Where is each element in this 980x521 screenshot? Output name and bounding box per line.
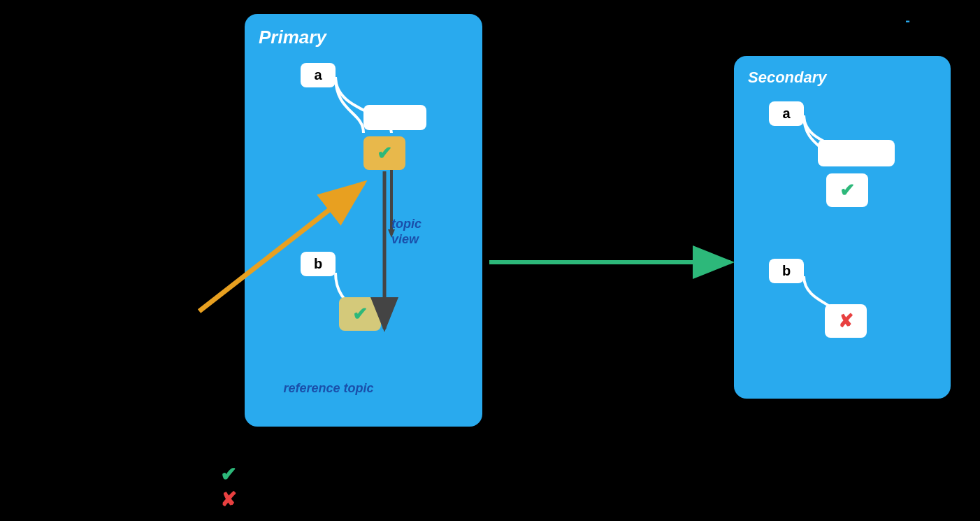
primary-label: Primary [259, 27, 468, 48]
primary-node-a: a [301, 63, 336, 87]
primary-check-icon-bottom: ✔ [339, 297, 381, 331]
secondary-node-a: a [769, 101, 804, 126]
check-symbol-bottom: ✔ [352, 304, 368, 325]
topic-view-label: topic view [391, 217, 421, 247]
secondary-node-b: b [769, 259, 804, 283]
secondary-x-symbol: ✘ [838, 311, 853, 332]
secondary-box: Secondary a ✔ b ✘ [734, 56, 951, 399]
primary-check-node-bottom: ✔ [339, 297, 381, 331]
dash-label: - [905, 13, 910, 29]
diagram-container: Primary a ✔ b [0, 0, 980, 521]
secondary-check-node-top: ✔ [826, 173, 868, 207]
primary-check-node-top: ✔ [363, 136, 405, 170]
check-symbol-top: ✔ [377, 143, 392, 164]
secondary-b-card: b [769, 259, 804, 283]
primary-box: Primary a ✔ b [245, 14, 482, 427]
secondary-label: Secondary [748, 69, 937, 87]
legend-check: ✔ [220, 463, 236, 486]
primary-a-card: a [301, 63, 336, 87]
secondary-check-symbol-top: ✔ [840, 180, 855, 201]
secondary-a-card: a [769, 101, 804, 126]
primary-check-icon-top: ✔ [363, 136, 405, 170]
legend-x: ✘ [220, 488, 236, 511]
reference-topic-label: reference topic [273, 381, 384, 396]
secondary-blank-node [818, 140, 895, 166]
primary-b-card: b [301, 252, 336, 276]
secondary-x-node: ✘ [825, 304, 867, 338]
topic-view-text: topic view [391, 217, 421, 246]
primary-blank-node-1 [363, 105, 426, 130]
secondary-tree-lines [741, 94, 944, 388]
primary-node-b: b [301, 252, 336, 276]
